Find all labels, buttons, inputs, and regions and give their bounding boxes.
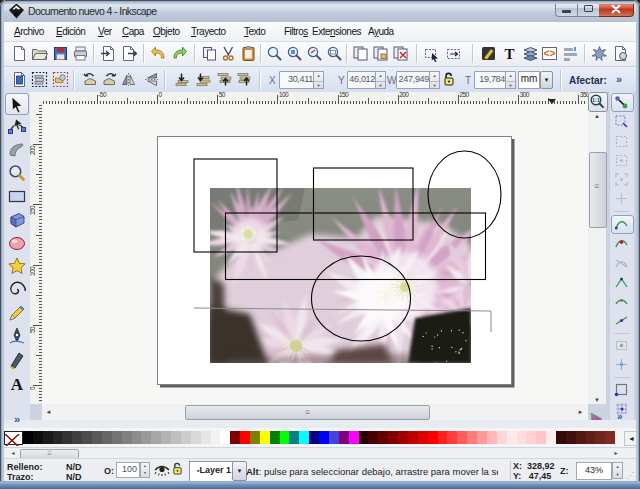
svg-text:<>: <> [543, 49, 555, 60]
svg-text:1:1: 1:1 [592, 97, 600, 103]
svg-text:A: A [11, 374, 24, 393]
svg-text:T: T [504, 46, 514, 62]
